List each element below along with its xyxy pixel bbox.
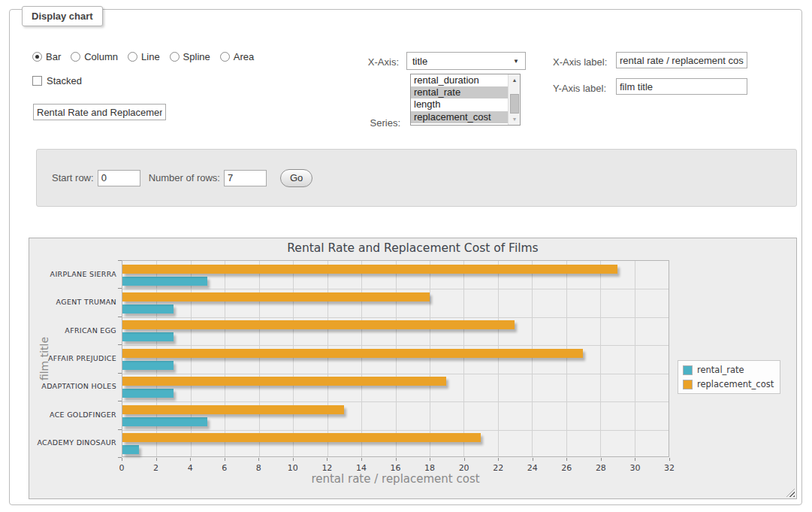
series-multiselect[interactable]: rental_durationrental_ratelengthreplacem… [410,74,521,126]
x-axis-label-label: X-Axis label: [553,56,607,68]
category-label: AFFAIR PREJUDICE [29,354,116,362]
stacked-checkbox-row[interactable]: Stacked [32,75,82,86]
chart-type-radio-column[interactable]: Column [71,51,118,62]
gridline [122,289,669,289]
series-option-replacement_cost[interactable]: replacement_cost [411,111,520,123]
start-row-input[interactable] [98,170,140,186]
tick-mark [118,401,122,401]
tick-mark [396,458,397,461]
rental_rate-bar [122,332,174,341]
tick-mark [118,373,122,374]
replacement_cost-bar [122,433,481,442]
number-of-rows-label: Number of rows: [149,172,220,183]
chart-type-radio-line[interactable]: Line [128,51,160,62]
category-label: ACE GOLDFINGER [29,411,116,419]
rental_rate-bar [122,277,207,286]
tick-mark [118,344,122,345]
radio-icon[interactable] [71,52,80,62]
x-axis-label-input[interactable] [616,52,747,68]
replacement_cost-bar [122,320,515,329]
select-dropdown-arrow-icon: ▼ [513,59,519,65]
y-axis-label-input[interactable] [616,78,747,95]
series-list-label: Series: [357,117,400,129]
gridline [532,261,533,456]
rental_rate-bar [122,361,174,370]
y-axis-label-label: Y-Axis label: [553,83,606,94]
gridline [225,261,225,456]
replacement_cost-bar [122,377,446,386]
tick-mark [566,458,567,461]
chart-title-input[interactable] [33,104,166,120]
category-label: AGENT TRUMAN [29,298,116,306]
resize-handle-icon[interactable] [786,489,795,497]
series-option-rental_rate[interactable]: rental_rate [411,86,520,98]
series-option-rental_duration[interactable]: rental_duration [411,74,508,86]
radio-label: Bar [46,51,61,62]
tick-mark [293,458,294,461]
gridline [122,374,669,374]
go-button[interactable]: Go [280,169,312,187]
radio-icon[interactable] [170,52,180,62]
listbox-scrollbar[interactable]: ▲ ▼ [508,74,520,125]
scroll-up-icon[interactable]: ▲ [509,74,521,86]
radio-icon[interactable] [128,52,137,62]
tick-mark [498,458,499,461]
rental_rate-bar [122,389,174,398]
radio-label: Line [141,51,160,62]
gridline [122,317,669,318]
replacement_cost-bar [122,292,430,301]
gridline [328,261,328,456]
stacked-checkbox[interactable] [32,76,42,86]
scroll-down-icon[interactable]: ▼ [509,114,521,125]
x-axis-select[interactable]: title ▼ [406,52,526,70]
tick-mark [464,458,465,461]
rental_rate-bar [122,417,207,426]
replacement_cost-bar [122,405,344,414]
tick-mark [669,458,670,461]
tick-mark [122,458,122,461]
category-label: AFRICAN EGG [29,326,116,335]
chart-type-radio-spline[interactable]: Spline [170,51,210,62]
legend-item-replacement_cost: replacement_cost [683,379,774,389]
gridline [122,345,669,346]
legend-item-rental_rate: rental_rate [683,365,774,375]
tick-mark [118,288,122,289]
tick-mark [225,458,225,461]
chart-legend: rental_ratereplacement_cost [678,360,780,394]
tick-mark [327,458,328,461]
gridline [122,401,669,402]
number-of-rows-input[interactable] [224,170,267,186]
x-axis-selected-value: title [412,56,427,67]
gridline [293,261,294,456]
x-axis-select-label: X-Axis: [357,56,399,68]
series-option-list: rental_durationrental_ratelengthreplacem… [411,74,508,125]
gridline [361,261,362,456]
start-row-label: Start row: [52,172,94,183]
category-label: ACADEMY DINOSAUR [29,438,116,447]
x-axis-title: rental rate / replacement cost [122,472,669,486]
tick-mark [190,458,191,461]
series-option-length[interactable]: length [411,98,508,111]
tick-mark [156,458,157,461]
chart-type-radio-bar[interactable]: Bar [32,51,61,62]
tick-mark [533,458,533,461]
gridline [259,261,260,456]
scrollbar-thumb[interactable] [510,94,519,114]
legend-swatch [683,365,693,375]
radio-icon[interactable] [32,52,42,62]
gridline [566,261,567,456]
tick-mark [118,429,122,430]
fieldset-legend: Display chart [22,6,103,26]
tick-mark [118,260,122,261]
chart-type-radio-area[interactable]: Area [220,51,254,62]
chart-type-radio-group: BarColumnLineSplineArea [32,51,254,62]
legend-label: replacement_cost [697,379,774,389]
gridline [463,261,464,456]
tick-mark [601,458,602,461]
stacked-label: Stacked [47,75,82,86]
tick-mark [430,458,430,461]
radio-icon[interactable] [220,52,230,62]
row-range-panel: Start row: Number of rows: Go [36,149,797,207]
tick-mark [118,457,122,458]
rental_rate-bar [122,445,139,454]
